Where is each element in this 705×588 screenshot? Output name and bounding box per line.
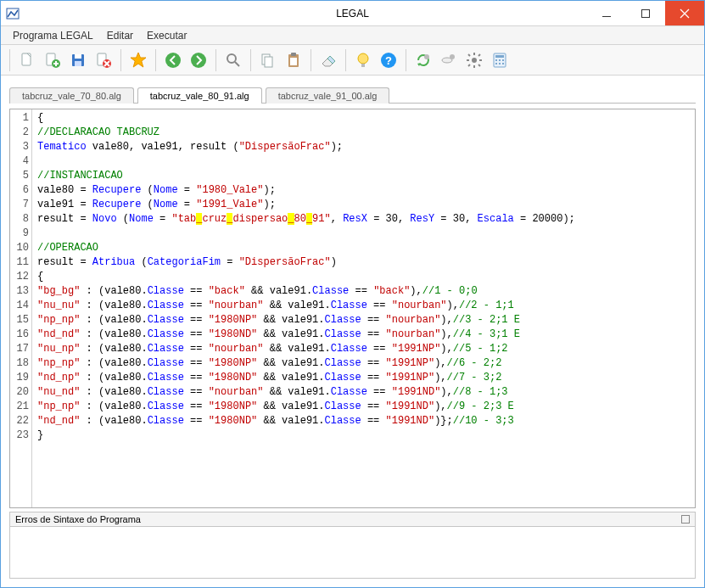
svg-rect-51 bbox=[502, 63, 504, 64]
close-button[interactable] bbox=[665, 1, 704, 25]
code-line[interactable]: "np_np" : (vale80.Classe == "1980NP" && … bbox=[37, 400, 690, 414]
code-line[interactable]: "np_np" : (vale80.Classe == "1980NP" && … bbox=[37, 313, 690, 328]
code-line[interactable] bbox=[37, 154, 690, 169]
code-line[interactable]: //OPERACAO bbox=[37, 241, 690, 255]
calculator-button[interactable] bbox=[488, 48, 512, 72]
code-line[interactable]: "np_np" : (vale80.Classe == "1980NP" && … bbox=[37, 356, 690, 371]
svg-rect-28 bbox=[361, 64, 365, 67]
svg-point-18 bbox=[227, 54, 236, 63]
code-line[interactable]: { bbox=[37, 270, 690, 284]
toolbar-separator bbox=[120, 49, 121, 71]
menu-executar[interactable]: Executar bbox=[140, 28, 193, 43]
menu-editar[interactable]: Editar bbox=[100, 28, 140, 43]
svg-point-32 bbox=[424, 54, 429, 59]
svg-line-42 bbox=[478, 54, 480, 56]
code-area[interactable]: {//DECLARACAO TABCRUZTematico vale80, va… bbox=[32, 109, 695, 507]
code-line[interactable]: vale91 = Recupere (Nome = "1991_Vale"); bbox=[37, 198, 690, 212]
line-number: 19 bbox=[10, 371, 31, 385]
line-number: 14 bbox=[10, 299, 31, 313]
delete-file-button[interactable] bbox=[92, 48, 115, 72]
svg-marker-15 bbox=[131, 53, 146, 67]
code-line[interactable]: result = Atribua (CategoriaFim = "Disper… bbox=[37, 255, 690, 270]
back-button[interactable] bbox=[161, 48, 185, 72]
line-number: 23 bbox=[10, 428, 31, 443]
svg-point-17 bbox=[191, 53, 206, 68]
line-number: 11 bbox=[10, 255, 31, 270]
svg-text:?: ? bbox=[385, 54, 392, 67]
line-number: 22 bbox=[10, 414, 31, 428]
code-line[interactable]: "nu_nu" : (vale80.Classe == "nourban" &&… bbox=[37, 299, 690, 313]
code-line[interactable]: } bbox=[37, 428, 690, 443]
toolbar-separator bbox=[215, 49, 216, 71]
line-number: 8 bbox=[10, 212, 31, 227]
favorite-button[interactable] bbox=[126, 48, 150, 72]
code-line[interactable]: //DECLARACAO TABCRUZ bbox=[37, 126, 690, 140]
code-line[interactable]: "nd_nd" : (vale80.Classe == "1980ND" && … bbox=[37, 328, 690, 342]
line-number: 12 bbox=[10, 270, 31, 284]
line-number: 6 bbox=[10, 183, 31, 198]
line-number: 16 bbox=[10, 328, 31, 342]
svg-rect-9 bbox=[75, 54, 81, 59]
svg-line-43 bbox=[468, 64, 470, 66]
help-button[interactable]: ? bbox=[377, 48, 400, 72]
svg-rect-46 bbox=[495, 59, 497, 61]
code-line[interactable]: //INSTANCIACAO bbox=[37, 169, 690, 183]
error-panel-header[interactable]: Erros de Sintaxe do Programa bbox=[9, 512, 696, 526]
copy-button[interactable] bbox=[256, 48, 280, 72]
svg-line-40 bbox=[468, 54, 470, 56]
code-line[interactable]: Tematico vale80, vale91, result ("Disper… bbox=[37, 140, 690, 154]
refresh-gear-button[interactable] bbox=[411, 48, 435, 72]
svg-rect-45 bbox=[495, 55, 504, 58]
app-icon bbox=[6, 7, 20, 20]
line-number: 17 bbox=[10, 342, 31, 356]
forward-button[interactable] bbox=[187, 48, 210, 72]
toolbar-separator bbox=[345, 49, 346, 71]
toggle-gear-button[interactable] bbox=[437, 48, 461, 72]
code-line[interactable]: "nd_np" : (vale80.Classe == "1980ND" && … bbox=[37, 371, 690, 385]
svg-rect-21 bbox=[265, 57, 272, 67]
maximize-button[interactable] bbox=[626, 1, 665, 25]
hint-button[interactable] bbox=[351, 48, 375, 72]
line-number: 1 bbox=[10, 111, 31, 126]
toolbar: ? bbox=[1, 45, 704, 76]
minimize-button[interactable] bbox=[587, 1, 626, 25]
line-number: 21 bbox=[10, 400, 31, 414]
tab-file-1[interactable]: tabcruz_vale_80_91.alg bbox=[137, 87, 262, 104]
paste-button[interactable] bbox=[282, 48, 305, 72]
line-number: 20 bbox=[10, 385, 31, 400]
svg-point-35 bbox=[472, 58, 477, 63]
menu-programa-legal[interactable]: Programa LEGAL bbox=[6, 28, 100, 43]
svg-point-27 bbox=[358, 53, 368, 64]
code-editor[interactable]: 1234567891011121314151617181920212223 {/… bbox=[9, 109, 696, 508]
svg-rect-24 bbox=[290, 58, 297, 65]
tab-file-0[interactable]: tabcruz_vale_70_80.alg bbox=[9, 87, 134, 104]
code-line[interactable]: "nd_nd" : (vale80.Classe == "1980ND" && … bbox=[37, 414, 690, 428]
add-file-button[interactable] bbox=[41, 48, 64, 72]
line-number: 4 bbox=[10, 154, 31, 169]
code-line[interactable]: { bbox=[37, 111, 690, 126]
svg-rect-47 bbox=[499, 59, 501, 61]
dock-icon[interactable] bbox=[681, 515, 690, 524]
code-line[interactable]: "nu_np" : (vale80.Classe == "nourban" &&… bbox=[37, 342, 690, 356]
line-number: 15 bbox=[10, 313, 31, 328]
line-number: 18 bbox=[10, 356, 31, 371]
save-button[interactable] bbox=[66, 48, 90, 72]
svg-point-16 bbox=[165, 53, 181, 68]
svg-line-41 bbox=[478, 64, 480, 66]
svg-rect-50 bbox=[499, 63, 501, 64]
erase-button[interactable] bbox=[316, 48, 340, 72]
toolbar-separator bbox=[311, 49, 311, 71]
svg-rect-10 bbox=[75, 61, 81, 66]
code-line[interactable]: "nu_nd" : (vale80.Classe == "nourban" &&… bbox=[37, 385, 690, 400]
titlebar: LEGAL bbox=[1, 1, 704, 26]
error-panel-body[interactable] bbox=[9, 526, 696, 579]
settings-button[interactable] bbox=[462, 48, 486, 72]
code-line[interactable]: "bg_bg" : (vale80.Classe == "back" && va… bbox=[37, 284, 690, 299]
code-line[interactable] bbox=[37, 227, 690, 241]
code-line[interactable]: result = Novo (Nome = "tab_cruz_dispersa… bbox=[37, 212, 690, 227]
new-file-button[interactable] bbox=[15, 48, 39, 72]
search-button[interactable] bbox=[221, 48, 245, 72]
code-line[interactable]: vale80 = Recupere (Nome = "1980_Vale"); bbox=[37, 183, 690, 198]
line-number: 3 bbox=[10, 140, 31, 154]
tab-file-2[interactable]: tabcruz_vale_91_00.alg bbox=[266, 87, 390, 104]
